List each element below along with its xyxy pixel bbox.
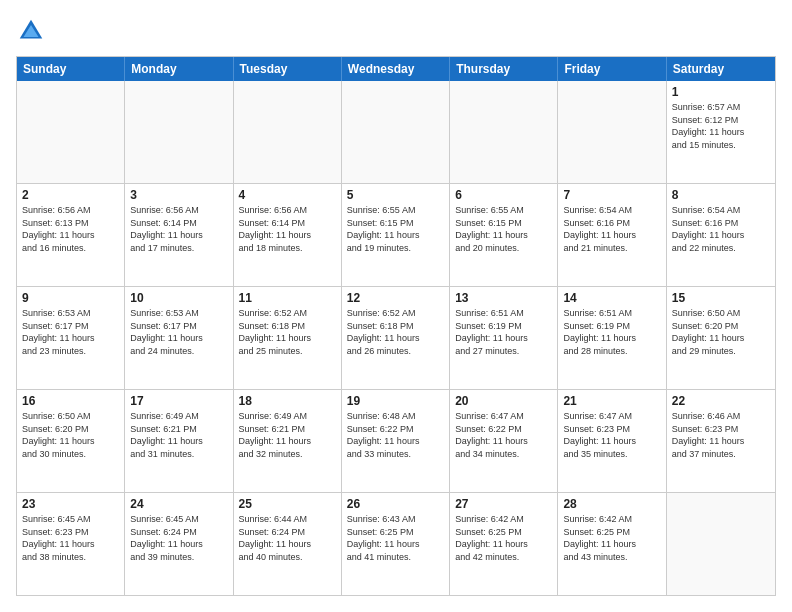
day-number: 10 xyxy=(130,291,227,305)
day-cell-20: 20Sunrise: 6:47 AM Sunset: 6:22 PM Dayli… xyxy=(450,390,558,492)
calendar-header: SundayMondayTuesdayWednesdayThursdayFrid… xyxy=(17,57,775,81)
page: SundayMondayTuesdayWednesdayThursdayFrid… xyxy=(0,0,792,612)
day-number: 17 xyxy=(130,394,227,408)
day-number: 14 xyxy=(563,291,660,305)
day-info: Sunrise: 6:53 AM Sunset: 6:17 PM Dayligh… xyxy=(22,307,119,357)
day-info: Sunrise: 6:45 AM Sunset: 6:24 PM Dayligh… xyxy=(130,513,227,563)
day-cell-9: 9Sunrise: 6:53 AM Sunset: 6:17 PM Daylig… xyxy=(17,287,125,389)
calendar-row-1: 2Sunrise: 6:56 AM Sunset: 6:13 PM Daylig… xyxy=(17,183,775,286)
day-cell-28: 28Sunrise: 6:42 AM Sunset: 6:25 PM Dayli… xyxy=(558,493,666,595)
day-number: 6 xyxy=(455,188,552,202)
weekday-header-friday: Friday xyxy=(558,57,666,81)
day-info: Sunrise: 6:55 AM Sunset: 6:15 PM Dayligh… xyxy=(347,204,444,254)
day-number: 13 xyxy=(455,291,552,305)
day-number: 25 xyxy=(239,497,336,511)
day-number: 20 xyxy=(455,394,552,408)
calendar-body: 1Sunrise: 6:57 AM Sunset: 6:12 PM Daylig… xyxy=(17,81,775,595)
weekday-header-monday: Monday xyxy=(125,57,233,81)
day-cell-4: 4Sunrise: 6:56 AM Sunset: 6:14 PM Daylig… xyxy=(234,184,342,286)
day-info: Sunrise: 6:48 AM Sunset: 6:22 PM Dayligh… xyxy=(347,410,444,460)
day-number: 24 xyxy=(130,497,227,511)
day-number: 2 xyxy=(22,188,119,202)
day-number: 21 xyxy=(563,394,660,408)
calendar-row-4: 23Sunrise: 6:45 AM Sunset: 6:23 PM Dayli… xyxy=(17,492,775,595)
day-info: Sunrise: 6:42 AM Sunset: 6:25 PM Dayligh… xyxy=(563,513,660,563)
day-info: Sunrise: 6:56 AM Sunset: 6:14 PM Dayligh… xyxy=(130,204,227,254)
day-number: 5 xyxy=(347,188,444,202)
day-info: Sunrise: 6:46 AM Sunset: 6:23 PM Dayligh… xyxy=(672,410,770,460)
day-number: 27 xyxy=(455,497,552,511)
day-info: Sunrise: 6:45 AM Sunset: 6:23 PM Dayligh… xyxy=(22,513,119,563)
day-number: 1 xyxy=(672,85,770,99)
day-number: 3 xyxy=(130,188,227,202)
day-info: Sunrise: 6:50 AM Sunset: 6:20 PM Dayligh… xyxy=(672,307,770,357)
weekday-header-tuesday: Tuesday xyxy=(234,57,342,81)
calendar: SundayMondayTuesdayWednesdayThursdayFrid… xyxy=(16,56,776,596)
day-number: 18 xyxy=(239,394,336,408)
day-cell-25: 25Sunrise: 6:44 AM Sunset: 6:24 PM Dayli… xyxy=(234,493,342,595)
logo-icon xyxy=(16,16,46,46)
day-cell-empty-4-6 xyxy=(667,493,775,595)
day-number: 23 xyxy=(22,497,119,511)
day-info: Sunrise: 6:52 AM Sunset: 6:18 PM Dayligh… xyxy=(347,307,444,357)
day-cell-17: 17Sunrise: 6:49 AM Sunset: 6:21 PM Dayli… xyxy=(125,390,233,492)
day-cell-3: 3Sunrise: 6:56 AM Sunset: 6:14 PM Daylig… xyxy=(125,184,233,286)
day-cell-18: 18Sunrise: 6:49 AM Sunset: 6:21 PM Dayli… xyxy=(234,390,342,492)
day-cell-26: 26Sunrise: 6:43 AM Sunset: 6:25 PM Dayli… xyxy=(342,493,450,595)
day-cell-empty-0-2 xyxy=(234,81,342,183)
day-cell-8: 8Sunrise: 6:54 AM Sunset: 6:16 PM Daylig… xyxy=(667,184,775,286)
day-info: Sunrise: 6:53 AM Sunset: 6:17 PM Dayligh… xyxy=(130,307,227,357)
day-number: 8 xyxy=(672,188,770,202)
day-info: Sunrise: 6:54 AM Sunset: 6:16 PM Dayligh… xyxy=(672,204,770,254)
day-cell-21: 21Sunrise: 6:47 AM Sunset: 6:23 PM Dayli… xyxy=(558,390,666,492)
day-cell-10: 10Sunrise: 6:53 AM Sunset: 6:17 PM Dayli… xyxy=(125,287,233,389)
day-cell-22: 22Sunrise: 6:46 AM Sunset: 6:23 PM Dayli… xyxy=(667,390,775,492)
weekday-header-thursday: Thursday xyxy=(450,57,558,81)
day-cell-11: 11Sunrise: 6:52 AM Sunset: 6:18 PM Dayli… xyxy=(234,287,342,389)
weekday-header-sunday: Sunday xyxy=(17,57,125,81)
day-cell-24: 24Sunrise: 6:45 AM Sunset: 6:24 PM Dayli… xyxy=(125,493,233,595)
day-info: Sunrise: 6:43 AM Sunset: 6:25 PM Dayligh… xyxy=(347,513,444,563)
day-cell-6: 6Sunrise: 6:55 AM Sunset: 6:15 PM Daylig… xyxy=(450,184,558,286)
day-cell-1: 1Sunrise: 6:57 AM Sunset: 6:12 PM Daylig… xyxy=(667,81,775,183)
day-cell-23: 23Sunrise: 6:45 AM Sunset: 6:23 PM Dayli… xyxy=(17,493,125,595)
day-number: 22 xyxy=(672,394,770,408)
day-cell-5: 5Sunrise: 6:55 AM Sunset: 6:15 PM Daylig… xyxy=(342,184,450,286)
day-cell-empty-0-4 xyxy=(450,81,558,183)
calendar-row-2: 9Sunrise: 6:53 AM Sunset: 6:17 PM Daylig… xyxy=(17,286,775,389)
weekday-header-saturday: Saturday xyxy=(667,57,775,81)
day-info: Sunrise: 6:44 AM Sunset: 6:24 PM Dayligh… xyxy=(239,513,336,563)
day-number: 15 xyxy=(672,291,770,305)
day-cell-27: 27Sunrise: 6:42 AM Sunset: 6:25 PM Dayli… xyxy=(450,493,558,595)
calendar-row-3: 16Sunrise: 6:50 AM Sunset: 6:20 PM Dayli… xyxy=(17,389,775,492)
day-info: Sunrise: 6:50 AM Sunset: 6:20 PM Dayligh… xyxy=(22,410,119,460)
header xyxy=(16,16,776,46)
day-info: Sunrise: 6:51 AM Sunset: 6:19 PM Dayligh… xyxy=(455,307,552,357)
day-info: Sunrise: 6:47 AM Sunset: 6:23 PM Dayligh… xyxy=(563,410,660,460)
calendar-row-0: 1Sunrise: 6:57 AM Sunset: 6:12 PM Daylig… xyxy=(17,81,775,183)
weekday-header-wednesday: Wednesday xyxy=(342,57,450,81)
day-cell-empty-0-5 xyxy=(558,81,666,183)
day-number: 9 xyxy=(22,291,119,305)
day-number: 4 xyxy=(239,188,336,202)
day-number: 28 xyxy=(563,497,660,511)
day-info: Sunrise: 6:42 AM Sunset: 6:25 PM Dayligh… xyxy=(455,513,552,563)
day-info: Sunrise: 6:47 AM Sunset: 6:22 PM Dayligh… xyxy=(455,410,552,460)
day-cell-12: 12Sunrise: 6:52 AM Sunset: 6:18 PM Dayli… xyxy=(342,287,450,389)
day-info: Sunrise: 6:54 AM Sunset: 6:16 PM Dayligh… xyxy=(563,204,660,254)
day-cell-13: 13Sunrise: 6:51 AM Sunset: 6:19 PM Dayli… xyxy=(450,287,558,389)
day-number: 16 xyxy=(22,394,119,408)
day-cell-empty-0-0 xyxy=(17,81,125,183)
day-info: Sunrise: 6:56 AM Sunset: 6:13 PM Dayligh… xyxy=(22,204,119,254)
day-info: Sunrise: 6:57 AM Sunset: 6:12 PM Dayligh… xyxy=(672,101,770,151)
day-cell-14: 14Sunrise: 6:51 AM Sunset: 6:19 PM Dayli… xyxy=(558,287,666,389)
day-cell-empty-0-1 xyxy=(125,81,233,183)
day-info: Sunrise: 6:51 AM Sunset: 6:19 PM Dayligh… xyxy=(563,307,660,357)
day-number: 12 xyxy=(347,291,444,305)
day-cell-19: 19Sunrise: 6:48 AM Sunset: 6:22 PM Dayli… xyxy=(342,390,450,492)
day-info: Sunrise: 6:56 AM Sunset: 6:14 PM Dayligh… xyxy=(239,204,336,254)
day-cell-7: 7Sunrise: 6:54 AM Sunset: 6:16 PM Daylig… xyxy=(558,184,666,286)
day-number: 19 xyxy=(347,394,444,408)
day-info: Sunrise: 6:49 AM Sunset: 6:21 PM Dayligh… xyxy=(239,410,336,460)
day-cell-2: 2Sunrise: 6:56 AM Sunset: 6:13 PM Daylig… xyxy=(17,184,125,286)
